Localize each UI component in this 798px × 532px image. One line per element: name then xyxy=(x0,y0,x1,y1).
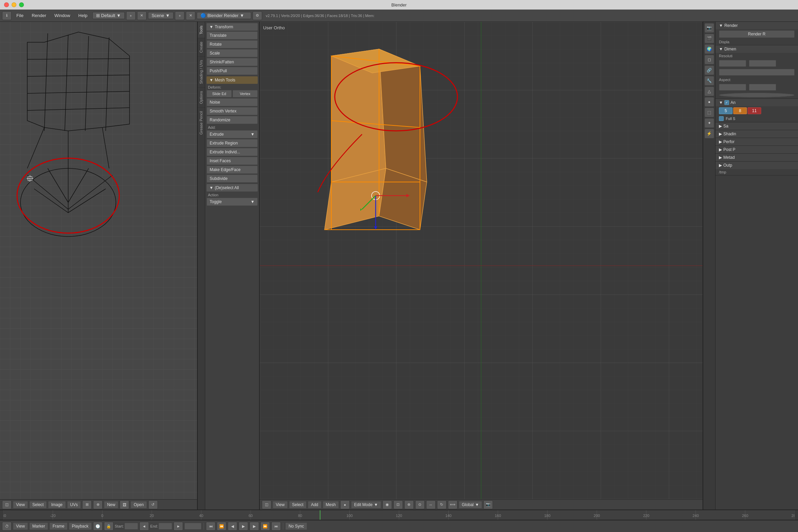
timeline-ruler[interactable]: -40-200204060801001201401601802002202402… xyxy=(3,510,795,520)
push-pull-btn[interactable]: Push/Pull xyxy=(207,67,258,75)
meta-title[interactable]: ▶ Metad xyxy=(716,154,798,161)
rotate-icon[interactable]: ↻ xyxy=(437,500,447,509)
inset-faces-btn[interactable]: Inset Faces xyxy=(207,157,258,165)
uv-canvas[interactable] xyxy=(0,22,197,510)
slide-edge-btn[interactable]: Slide Ed xyxy=(207,90,232,97)
timeline-cursor[interactable] xyxy=(320,510,320,520)
view-btn-3d[interactable]: View xyxy=(273,501,288,508)
proportional-icon[interactable]: ⊙ xyxy=(415,500,425,509)
start-input[interactable]: 1 xyxy=(124,523,138,530)
constraints-icon[interactable]: 🔗 xyxy=(705,65,714,75)
modifier-icon[interactable]: 🔧 xyxy=(705,76,714,86)
border-btn[interactable] xyxy=(719,93,795,97)
material-icon[interactable]: ● xyxy=(705,97,714,107)
marker-btn[interactable]: Marker xyxy=(29,522,48,530)
menu-help[interactable]: Help xyxy=(75,12,91,19)
tab-tools[interactable]: Tools xyxy=(198,22,205,38)
rotate-btn[interactable]: Rotate xyxy=(207,40,258,48)
perf-title[interactable]: ▶ Perfor xyxy=(716,138,798,146)
deselect-header[interactable]: ▼ (De)select All xyxy=(207,184,258,192)
aa-val1[interactable]: 5 xyxy=(719,107,733,114)
uv-add-icon[interactable]: ⊕ xyxy=(93,500,103,509)
remove-workspace-icon[interactable]: ✕ xyxy=(137,11,147,20)
width-input[interactable]: 1920 xyxy=(719,60,746,67)
vertex-btn[interactable]: Vertex xyxy=(232,90,258,97)
output-title[interactable]: ▶ Outp xyxy=(716,162,798,169)
render-icon[interactable]: 📷 xyxy=(705,23,714,33)
randomize-btn[interactable]: Randomize xyxy=(207,116,258,124)
scale-icon[interactable]: ⟺ xyxy=(448,500,457,509)
physics-icon[interactable]: ⚡ xyxy=(705,129,714,138)
scene-selector[interactable]: Scene ▼ xyxy=(148,12,174,19)
aa-val3[interactable]: 11 xyxy=(748,107,761,114)
dimensions-section-title[interactable]: ▼ Dimen xyxy=(716,45,798,53)
play-icon[interactable]: ▶ xyxy=(239,522,248,531)
uv-refresh-icon[interactable]: ↺ xyxy=(148,500,158,509)
engine-selector[interactable]: 🔵 Blender Render ▼ xyxy=(197,12,251,19)
arrow-next-icon[interactable]: ► xyxy=(174,522,183,531)
frame-btn[interactable]: Frame xyxy=(49,522,67,530)
aspect-x-input[interactable]: 1.000 xyxy=(719,84,746,91)
sampling-title[interactable]: ▶ Sa xyxy=(716,122,798,130)
lock-icon[interactable]: 🔒 xyxy=(104,522,114,531)
smooth-vertex-btn[interactable]: Smooth Vertex xyxy=(207,107,258,115)
info-icon[interactable]: ℹ xyxy=(2,11,12,20)
prev-keyframe-icon[interactable]: ◀ xyxy=(228,522,237,531)
snap-icon[interactable]: ⊕ xyxy=(404,500,414,509)
antialias-check[interactable]: ✓ xyxy=(724,100,729,105)
menu-window[interactable]: Window xyxy=(51,12,74,19)
texture-icon[interactable]: ⬚ xyxy=(705,108,714,117)
mesh-tools-header[interactable]: ▼ Mesh Tools xyxy=(207,76,258,84)
next-frame-icon[interactable]: ⏩ xyxy=(260,522,270,531)
shading-title[interactable]: ▶ Shadin xyxy=(716,130,798,138)
uv-grid-icon[interactable]: ⊞ xyxy=(82,500,92,509)
translate-btn[interactable]: Translate xyxy=(207,31,258,40)
edit-mode-selector[interactable]: Edit Mode ▼ xyxy=(351,501,381,508)
object-icon[interactable]: ◻ xyxy=(705,55,714,64)
tab-shading-uvs[interactable]: Shading / UVs xyxy=(198,56,205,87)
tab-grease-pencil[interactable]: Grease Pencil xyxy=(198,107,205,138)
skip-start-icon[interactable]: ⏮ xyxy=(206,522,215,531)
remove-scene-icon[interactable]: ✕ xyxy=(186,11,195,20)
workspace-selector[interactable]: ⊞ Default ▼ xyxy=(92,12,125,19)
viewport-icon[interactable]: ◫ xyxy=(262,500,271,509)
uv-editor-icon[interactable]: ◫ xyxy=(2,500,12,509)
add-btn-3d[interactable]: Add xyxy=(308,501,321,508)
sphere-icon[interactable]: ◉ xyxy=(382,500,392,509)
maximize-button[interactable] xyxy=(19,2,24,7)
tab-create[interactable]: Create xyxy=(198,38,205,56)
scale-btn[interactable]: Scale xyxy=(207,49,258,57)
tab-options[interactable]: Options xyxy=(198,87,205,107)
extrude-dropdown[interactable]: Extrude ▼ xyxy=(207,130,258,138)
height-input[interactable]: 1080 xyxy=(749,60,776,67)
render-section-title[interactable]: ▼ Render xyxy=(716,22,798,29)
post-title[interactable]: ▶ Post P xyxy=(716,146,798,153)
full-sample-check[interactable] xyxy=(719,116,724,121)
no-sync-btn[interactable]: No Sync xyxy=(285,522,307,530)
viewport-3d[interactable]: User Ortho (151) Cube ◫ View Select Add … xyxy=(260,22,703,510)
uv-image-btn[interactable]: Image xyxy=(48,501,65,508)
menu-render[interactable]: Render xyxy=(28,12,50,19)
camera-icon[interactable]: 📷 xyxy=(483,500,493,509)
world-icon[interactable]: 🌍 xyxy=(705,44,714,54)
percent-input[interactable]: 50% xyxy=(719,69,795,76)
add-workspace-icon[interactable]: + xyxy=(126,11,136,20)
timeline-icon[interactable]: ⏱ xyxy=(2,522,12,531)
view-timeline-btn[interactable]: View xyxy=(13,522,28,530)
noise-btn[interactable]: Noise xyxy=(207,98,258,106)
engine-settings-icon[interactable]: ⚙ xyxy=(253,11,262,20)
mesh-btn-3d[interactable]: Mesh xyxy=(323,501,339,508)
toggle-dropdown[interactable]: Toggle ▼ xyxy=(207,198,258,206)
uv-view-btn[interactable]: View xyxy=(13,501,28,508)
shrink-fatten-btn[interactable]: Shrink/Fatten xyxy=(207,58,258,66)
data-icon[interactable]: △ xyxy=(705,87,714,96)
particles-icon[interactable]: ✦ xyxy=(705,118,714,128)
select-btn-3d[interactable]: Select xyxy=(289,501,306,508)
add-scene-icon[interactable]: + xyxy=(175,11,184,20)
current-frame-input[interactable]: 151 xyxy=(184,523,201,530)
end-input[interactable]: 250 xyxy=(159,523,172,530)
arrow-prev-icon[interactable]: ◄ xyxy=(139,522,149,531)
menu-file[interactable]: File xyxy=(13,12,27,19)
uv-uvs-btn[interactable]: UVs xyxy=(67,501,81,508)
transform-header[interactable]: ▼ Transform xyxy=(207,23,258,31)
